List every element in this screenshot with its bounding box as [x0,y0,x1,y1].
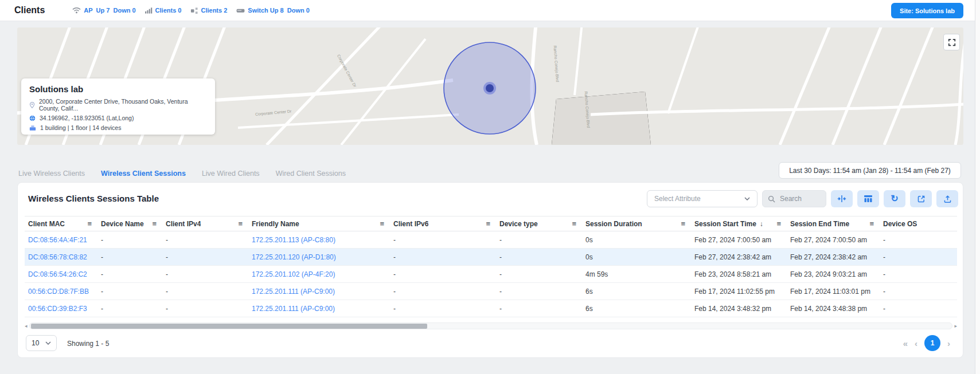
scroll-left-icon[interactable]: ◂ [25,323,29,329]
col-header-session-end-time[interactable]: Session End Time≡ [787,216,880,231]
col-header-session-start-time[interactable]: Session Start Time↓≡ [691,216,787,231]
info-line-text: 1 building | 1 floor | 14 devices [40,124,121,131]
column-menu-icon[interactable]: ≡ [87,219,97,228]
column-label: Session End Time [790,220,849,228]
client-tabs: Live Wireless ClientsWireless Client Ses… [17,168,347,184]
cell-device-type: - [496,231,582,249]
cell-client-mac: 00:56:CD:39:B2:F3 [25,300,97,317]
sessions-card: Wireless Clients Sessions Table Select A… [17,182,963,358]
coverage-circle [444,42,536,134]
column-menu-icon[interactable]: ≡ [238,219,248,228]
cell-link[interactable]: 172.25.201.111 (AP-C9:00) [252,288,335,296]
table-controls: Select Attribute ↻ [647,190,958,207]
cell-link[interactable]: DC:08:56:4A:4F:21 [28,236,87,244]
cell-device-os: - [880,249,957,266]
cell-link[interactable]: 00:56:CD:39:B2:F3 [28,305,87,313]
status-wifi: AP Up 7 Down 0 [72,7,135,14]
map-fullscreen-button[interactable] [943,34,960,50]
scroll-right-icon[interactable]: ▸ [952,323,957,329]
column-menu-icon[interactable]: ≡ [380,219,390,228]
col-header-device-name[interactable]: Device Name≡ [97,216,162,231]
search-input[interactable] [779,194,819,203]
cell-friendly-name: 172.25.201.102 (AP-4F:20) [248,266,390,283]
cell-link[interactable]: DC:08:56:78:C8:82 [28,253,87,261]
column-menu-icon[interactable]: ≡ [572,219,582,228]
date-range-selector[interactable]: Last 30 Days: 11:54 am (Jan 28) - 11:54 … [779,162,961,179]
table-row[interactable]: 00:56:CD:39:B2:F3--172.25.201.111 (AP-C9… [25,300,957,317]
col-header-device-os[interactable]: Device OS [880,216,957,231]
first-page-button[interactable]: « [903,339,908,348]
status-text: Clients 2 [201,7,227,14]
col-header-device-type[interactable]: Device type≡ [496,216,582,231]
column-menu-icon[interactable]: ≡ [681,219,691,228]
cell-device-os: - [880,300,957,317]
column-label: Device type [499,220,538,228]
manage-columns-button[interactable] [857,190,879,207]
cell-friendly-name: 172.25.201.113 (AP-C8:80) [248,231,390,249]
cell-link[interactable]: 172.25.201.120 (AP-D1:80) [252,253,336,261]
col-header-session-duration[interactable]: Session Duration≡ [582,216,691,231]
table-row[interactable]: DC:08:56:4A:4F:21--172.25.201.113 (AP-C8… [25,231,957,249]
cell-friendly-name: 172.25.201.111 (AP-C9:00) [248,300,390,317]
export-button[interactable] [910,190,932,207]
cell-link[interactable]: 172.25.201.113 (AP-C8:80) [252,236,335,244]
column-menu-icon[interactable]: ≡ [776,219,787,228]
col-header-client-ipv6[interactable]: Client IPv6≡ [390,216,496,231]
scrollbar-thumb[interactable] [31,324,427,329]
table-row[interactable]: DC:08:56:78:C8:82--172.25.201.120 (AP-D1… [25,249,957,266]
tab-live-wired-clients[interactable]: Live Wired Clients [201,168,261,184]
col-header-client-ipv4[interactable]: Client IPv4≡ [162,216,248,231]
clients-page: Clients AP Up 7 Down 0Clients 0Clients 2… [0,0,980,374]
device-status-strip: AP Up 7 Down 0Clients 0Clients 2Switch U… [72,7,310,14]
page-size-selector[interactable]: 10 [26,335,57,351]
select-attribute-dropdown[interactable]: Select Attribute [647,190,758,207]
page-scrollbar[interactable] [975,0,980,374]
cell-client-ipv6: - [390,249,496,266]
manage-columns-icon [864,195,873,203]
status-topology: Clients 2 [190,7,227,14]
cell-session-start-time: Feb 14, 2024 3:48:32 pm [691,300,787,317]
upload-button[interactable] [936,190,958,207]
cell-device-type: - [496,249,582,266]
tab-wireless-client-sessions[interactable]: Wireless Client Sessions [100,168,187,184]
col-header-client-mac[interactable]: Client MAC≡ [25,216,97,231]
col-header-friendly-name[interactable]: Friendly Name≡ [248,216,390,231]
table-row[interactable]: 00:56:CD:D8:7F:BB--172.25.201.111 (AP-C9… [25,283,957,300]
refresh-button[interactable]: ↻ [884,190,905,207]
cell-device-type: - [496,300,582,317]
sessions-table: Client MAC≡Device Name≡Client IPv4≡Frien… [25,216,957,317]
column-menu-icon[interactable]: ≡ [152,219,162,228]
cell-client-ipv4: - [162,266,248,283]
prev-page-button[interactable]: ‹ [915,339,917,348]
site-selector-button[interactable]: Site: Solutions lab [891,3,963,18]
cell-session-start-time: Feb 23, 2024 8:58:21 am [691,266,787,283]
next-page-button[interactable]: › [947,339,950,348]
cell-link[interactable]: DC:08:56:54:26:C2 [28,270,87,278]
column-menu-icon[interactable]: ≡ [869,219,880,228]
cell-device-os: - [880,266,957,283]
cell-session-start-time: Feb 27, 2024 2:38:42 am [691,249,787,266]
column-label: Device Name [101,220,144,228]
current-page-button[interactable]: 1 [924,335,940,351]
cell-link[interactable]: 00:56:CD:D8:7F:BB [28,288,89,296]
column-label: Session Start Time [694,220,756,228]
tab-wired-client-sessions[interactable]: Wired Client Sessions [275,168,347,184]
table-header-row: Client MAC≡Device Name≡Client IPv4≡Frien… [25,216,957,231]
scrollbar-track[interactable] [29,322,952,329]
cell-session-duration: 0s [582,249,691,266]
column-menu-icon[interactable]: ≡ [486,219,496,228]
cell-link[interactable]: 172.25.201.111 (AP-C9:00) [252,305,335,313]
fit-columns-button[interactable] [831,190,853,207]
table-title: Wireless Clients Sessions Table [28,194,159,203]
cell-client-ipv6: - [390,283,496,300]
cell-link[interactable]: 172.25.201.102 (AP-4F:20) [252,270,335,278]
tab-live-wireless-clients[interactable]: Live Wireless Clients [17,168,86,184]
sessions-table-wrap: Client MAC≡Device Name≡Client IPv4≡Frien… [25,216,957,317]
switch-icon [236,7,245,14]
sort-desc-icon[interactable]: ↓ [760,220,763,228]
site-map[interactable]: Corporate Center DrCorporate Center DrCo… [17,27,963,145]
status-text: Clients 0 [155,7,182,14]
cell-device-os: - [880,231,957,249]
table-row[interactable]: DC:08:56:54:26:C2--172.25.201.102 (AP-4F… [25,266,957,283]
cell-client-ipv6: - [390,300,496,317]
